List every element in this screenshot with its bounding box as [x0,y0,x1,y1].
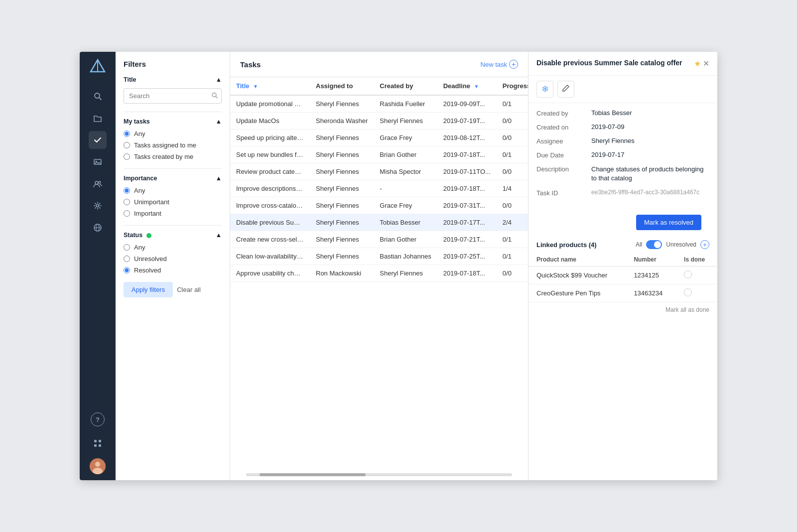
importance-any-radio[interactable] [124,187,130,194]
new-task-label: New task [481,61,507,68]
filter-option-assigned[interactable]: Tasks assigned to me [124,141,222,149]
table-row[interactable]: Review product category fe...Sheryl Fien… [230,163,528,180]
cell-created_by: Sheryl Fiennes [374,113,437,130]
table-row[interactable]: Approve usability changes i...Ron Mackow… [230,265,528,282]
edit-action-button[interactable] [557,81,574,98]
products-table-body: QuickStock $99 Voucher1234125CreoGesture… [529,266,717,302]
filter-option-unimportant[interactable]: Unimportant [124,198,222,206]
close-icon[interactable]: ✕ [703,59,709,68]
svg-line-3 [99,98,101,100]
tasks-nav-icon[interactable] [89,131,107,149]
my-tasks-chevron-icon[interactable]: ▲ [216,118,222,125]
cell-progress: 0/0 [497,163,528,180]
cell-deadline: 2019-07-18T... [437,265,497,282]
filter-option-any-importance[interactable]: Any [124,187,222,194]
mark-resolved-button[interactable]: Mark as resolved [636,215,701,230]
cell-assigned_to: Ron Mackowski [310,265,374,282]
title-chevron-icon[interactable]: ▲ [216,76,222,83]
col-product-name: Product name [529,253,626,266]
cell-deadline: 2019-07-31T... [437,197,497,214]
filter-option-any-tasks[interactable]: Any [124,130,222,137]
horizontal-scrollbar[interactable] [246,473,512,476]
table-row[interactable]: Improve cross-catalog shari...Sheryl Fie… [230,197,528,214]
cell-assigned_to: Sheryl Fiennes [310,231,374,248]
filter-option-unresolved[interactable]: Unresolved [124,255,222,263]
task-id-label: Task ID [536,189,591,197]
user-avatar[interactable] [90,458,106,474]
col-deadline[interactable]: Deadline ▼ [437,77,497,95]
status-unresolved-radio[interactable] [124,256,130,262]
status-resolved-radio[interactable] [124,267,130,273]
svg-rect-12 [94,440,97,442]
table-row[interactable]: Update promotional bundle....Sheryl Fien… [230,95,528,113]
cell-title: Improve descriptions on All... [230,180,310,197]
new-task-button[interactable]: New task + [481,60,518,69]
importance-unimportant-radio[interactable] [124,199,130,205]
cell-assigned_to: Sheryl Fiennes [310,180,374,197]
cell-created_by: Rashida Fueller [374,95,437,113]
snowflake-action-button[interactable]: ❄ [536,81,553,98]
my-tasks-created-radio[interactable] [124,153,130,160]
apply-filters-button[interactable]: Apply filters [124,282,173,297]
cell-deadline: 2019-07-17T... [437,214,497,231]
list-item: QuickStock $99 Voucher1234125 [529,266,717,284]
title-search-input[interactable] [124,88,222,104]
due-date-value: 2019-07-17 [591,151,625,158]
linked-toggle[interactable] [646,240,662,249]
users-nav-icon[interactable] [89,175,107,193]
table-row[interactable]: Set up new bundles for Au...Sheryl Fienn… [230,146,528,163]
table-row[interactable]: Improve descriptions on All...Sheryl Fie… [230,180,528,197]
product-done-cell[interactable] [676,266,717,284]
table-row[interactable]: Speed up pricing alterationsSheryl Fienn… [230,130,528,146]
my-tasks-any-radio[interactable] [124,131,130,137]
table-row[interactable]: Create new cross-sell for A...Sheryl Fie… [230,231,528,248]
cell-title: Approve usability changes i... [230,265,310,282]
cell-created_by: Grace Frey [374,197,437,214]
importance-chevron-icon[interactable]: ▲ [216,175,222,182]
image-nav-icon[interactable] [89,153,107,171]
table-row[interactable]: Update MacOsSheronda WasherSheryl Fienne… [230,113,528,130]
table-row[interactable]: Clean low-availability produ...Sheryl Fi… [230,248,528,265]
cell-deadline: 2019-07-11TO... [437,163,497,180]
clear-all-button[interactable]: Clear all [177,286,201,293]
star-icon[interactable]: ★ [694,59,701,68]
done-radio-icon[interactable] [684,288,692,296]
created-by-value: Tobias Besser [591,109,632,117]
my-tasks-assigned-radio[interactable] [124,142,130,148]
created-on-label: Created on [536,123,591,131]
svg-rect-14 [94,444,97,447]
cell-title: Speed up pricing alterations [230,130,310,146]
status-filter-header: Status ▲ [124,232,222,239]
status-any-radio[interactable] [124,244,130,251]
cell-created_by: Brian Gother [374,231,437,248]
linked-products-controls: All Unresolved + [636,240,709,249]
detail-panel: Disable previous Summer Sale catalog off… [528,52,717,480]
settings-nav-icon[interactable] [89,197,107,215]
cell-assigned_to: Sheryl Fiennes [310,146,374,163]
logo[interactable] [89,58,107,77]
edit-icon [562,84,570,94]
col-title[interactable]: Title ▼ [230,77,310,95]
status-chevron-icon[interactable]: ▲ [216,232,222,239]
filter-option-created[interactable]: Tasks created by me [124,153,222,160]
importance-important-radio[interactable] [124,210,130,217]
globe-nav-icon[interactable] [89,219,107,237]
help-nav-icon[interactable]: ? [91,412,105,426]
done-radio-icon[interactable] [684,270,692,278]
filter-option-resolved[interactable]: Resolved [124,266,222,274]
cell-progress: 0/1 [497,95,528,113]
cell-title: Update promotional bundle.... [230,95,310,113]
table-row[interactable]: Disable previous Summer S...Sheryl Fienn… [230,214,528,231]
filter-option-important[interactable]: Important [124,210,222,217]
svg-line-20 [216,96,217,98]
filter-option-any-status[interactable]: Any [124,244,222,251]
add-linked-button[interactable]: + [700,240,709,249]
mark-all-done-text[interactable]: Mark all as done [529,302,717,317]
cell-progress: 0/0 [497,130,528,146]
cell-progress: 0/0 [497,113,528,130]
unresolved-label: Unresolved [666,241,696,248]
grid-nav-icon[interactable] [89,434,107,452]
product-done-cell[interactable] [676,284,717,302]
folder-nav-icon[interactable] [89,109,107,127]
search-nav-icon[interactable] [89,87,107,105]
